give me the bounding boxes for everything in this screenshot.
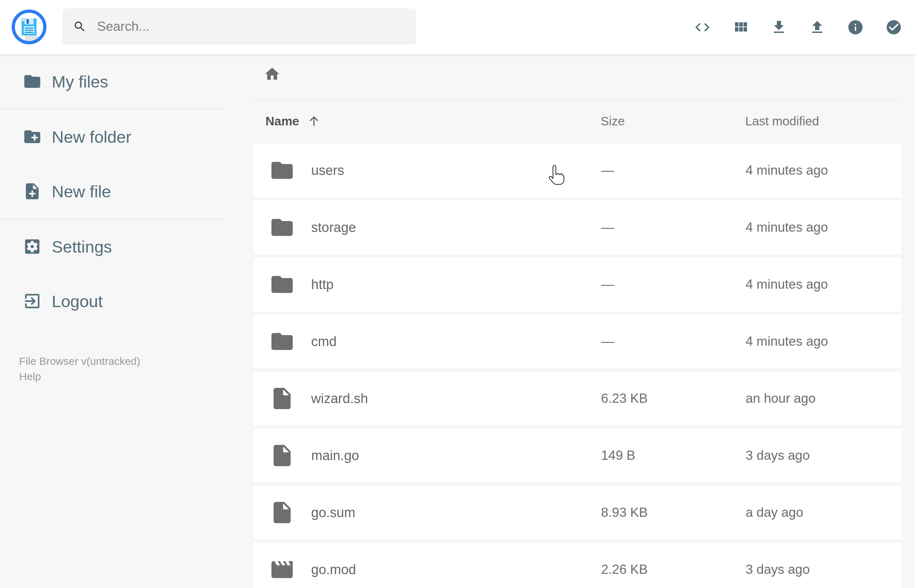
sidebar-item-settings[interactable]: Settings: [0, 219, 225, 274]
home-icon: [264, 66, 281, 82]
file-name-cell: storage: [269, 215, 601, 240]
name-column-label: Name: [265, 114, 299, 128]
sort-ascending-arrow-icon: [307, 114, 321, 128]
file-size: 6.23 KB: [601, 391, 745, 406]
file-modified: 4 minutes ago: [745, 220, 902, 235]
file-name-cell: users: [269, 158, 601, 183]
file-modified: a day ago: [745, 505, 902, 520]
list-header: Name Size Last modified: [253, 100, 902, 143]
search-input[interactable]: [97, 19, 406, 34]
file-icon: [269, 500, 295, 525]
download-icon: [770, 19, 787, 36]
file-name: go.sum: [311, 505, 356, 520]
topbar: [0, 0, 915, 54]
search-bar[interactable]: [62, 8, 416, 45]
sort-by-modified-header[interactable]: Last modified: [745, 114, 902, 128]
file-list: users — 4 minutes ago storage: [253, 143, 902, 588]
file-size: —: [601, 163, 745, 178]
help-link[interactable]: Help: [19, 369, 140, 384]
file-name: wizard.sh: [311, 391, 368, 406]
file-size: —: [601, 277, 745, 292]
file-modified: 3 days ago: [745, 562, 902, 577]
file-name-cell: wizard.sh: [269, 386, 601, 411]
file-name: http: [311, 277, 333, 292]
file-icon: [269, 443, 295, 468]
sidebar: My files New folder New file Settings Lo…: [0, 54, 225, 588]
file-modified: 4 minutes ago: [745, 334, 902, 349]
new-file-icon: [23, 182, 42, 201]
file-name-cell: go.mod: [269, 557, 601, 582]
topbar-actions: [694, 0, 902, 54]
file-size: 2.26 KB: [601, 562, 745, 577]
floppy-disk-logo-icon: [11, 9, 47, 45]
sidebar-item-label: Settings: [52, 237, 112, 257]
folder-icon: [269, 272, 295, 297]
upload-button[interactable]: [809, 19, 826, 36]
file-size: —: [601, 220, 745, 235]
file-row[interactable]: http — 4 minutes ago: [253, 257, 902, 312]
new-folder-icon: [23, 127, 42, 146]
select-multiple-button[interactable]: [885, 19, 902, 36]
file-name: users: [311, 163, 344, 178]
file-modified: 4 minutes ago: [745, 277, 902, 292]
file-name: main.go: [311, 448, 359, 463]
settings-icon: [23, 237, 42, 256]
sidebar-item-new-folder[interactable]: New folder: [0, 110, 225, 164]
breadcrumb: [225, 54, 915, 99]
file-name-cell: go.sum: [269, 500, 601, 525]
sidebar-item-label: Logout: [52, 292, 103, 311]
file-name: go.mod: [311, 562, 356, 577]
sidebar-item-new-file[interactable]: New file: [0, 164, 225, 218]
sort-by-size-header[interactable]: Size: [601, 114, 745, 128]
sort-by-name-header[interactable]: Name: [265, 114, 601, 128]
folder-icon: [269, 329, 295, 354]
movie-icon: [269, 557, 295, 582]
file-name-cell: cmd: [269, 329, 601, 354]
folder-icon: [269, 215, 295, 240]
file-row[interactable]: wizard.sh 6.23 KB an hour ago: [253, 371, 902, 426]
version-link[interactable]: File Browser v(untracked): [19, 354, 140, 369]
file-size: 149 B: [601, 448, 745, 463]
check-circle-icon: [885, 19, 902, 36]
file-row[interactable]: main.go 149 B 3 days ago: [253, 428, 902, 483]
file-modified: an hour ago: [745, 391, 902, 406]
file-row[interactable]: go.mod 2.26 KB 3 days ago: [253, 542, 902, 588]
folder-icon: [23, 72, 42, 91]
search-icon: [73, 20, 86, 33]
file-size: 8.93 KB: [601, 505, 745, 520]
file-row[interactable]: storage — 4 minutes ago: [253, 200, 902, 255]
folder-icon: [269, 158, 295, 183]
file-name: storage: [311, 220, 356, 235]
file-name-cell: main.go: [269, 443, 601, 468]
sidebar-item-label: New folder: [52, 127, 131, 147]
app-logo: [11, 9, 47, 45]
filebrowser-app: My files New folder New file Settings Lo…: [0, 0, 915, 588]
file-name: cmd: [311, 334, 337, 349]
sidebar-item-label: My files: [52, 72, 108, 91]
file-icon: [269, 386, 295, 411]
file-size: —: [601, 334, 745, 349]
file-row[interactable]: cmd — 4 minutes ago: [253, 314, 902, 369]
sidebar-item-label: New file: [52, 182, 111, 201]
info-button[interactable]: [847, 19, 864, 36]
file-row[interactable]: users — 4 minutes ago: [253, 143, 902, 198]
sidebar-item-my-files[interactable]: My files: [0, 54, 225, 109]
file-name-cell: http: [269, 272, 601, 297]
grid-icon: [732, 19, 749, 36]
download-button[interactable]: [770, 19, 787, 36]
file-modified: 3 days ago: [745, 448, 902, 463]
sidebar-item-logout[interactable]: Logout: [0, 274, 225, 328]
breadcrumb-home-button[interactable]: [264, 66, 281, 84]
logout-icon: [23, 292, 42, 311]
shell-button[interactable]: [694, 19, 711, 36]
code-icon: [694, 19, 711, 36]
file-modified: 4 minutes ago: [745, 163, 902, 178]
file-row[interactable]: go.sum 8.93 KB a day ago: [253, 485, 902, 540]
info-icon: [847, 19, 864, 36]
sidebar-footer: File Browser v(untracked) Help: [19, 354, 140, 384]
upload-icon: [809, 19, 826, 36]
switch-view-button[interactable]: [732, 19, 749, 36]
file-listing-area: Name Size Last modified users: [225, 54, 915, 588]
